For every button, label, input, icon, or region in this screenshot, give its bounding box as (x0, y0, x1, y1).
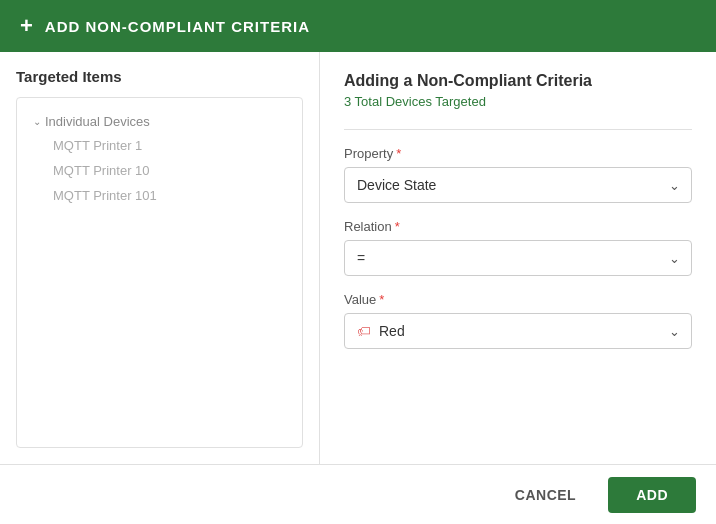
property-select[interactable]: Device State (344, 167, 692, 203)
individual-devices-group[interactable]: ⌄ Individual Devices (25, 110, 294, 133)
value-select-wrapper[interactable]: 🏷 Red ⌄ (344, 313, 692, 349)
right-panel-title: Adding a Non-Compliant Criteria (344, 72, 692, 90)
property-select-wrapper: Device State ⌄ (344, 167, 692, 203)
modal-footer: CANCEL ADD (0, 464, 716, 524)
list-item[interactable]: MQTT Printer 10 (25, 158, 294, 183)
add-button[interactable]: ADD (608, 477, 696, 513)
plus-icon: + (20, 13, 33, 39)
value-form-group: Value * 🏷 Red ⌄ (344, 292, 692, 349)
divider (344, 129, 692, 130)
relation-select-wrapper: = ⌄ (344, 240, 692, 276)
devices-tree: ⌄ Individual Devices MQTT Printer 1 MQTT… (16, 97, 303, 448)
modal-header: + ADD NON-COMPLIANT CRITERIA (0, 0, 716, 52)
device-group: ⌄ Individual Devices MQTT Printer 1 MQTT… (17, 106, 302, 212)
relation-form-group: Relation * = ⌄ (344, 219, 692, 276)
cancel-button[interactable]: CANCEL (495, 477, 596, 513)
required-star: * (396, 146, 401, 161)
left-panel: Targeted Items ⌄ Individual Devices MQTT… (0, 52, 320, 464)
relation-label: Relation * (344, 219, 692, 234)
list-item[interactable]: MQTT Printer 101 (25, 183, 294, 208)
required-star: * (395, 219, 400, 234)
value-label: Value * (344, 292, 692, 307)
group-label-text: Individual Devices (45, 114, 150, 129)
right-panel: Adding a Non-Compliant Criteria 3 Total … (320, 52, 716, 464)
property-form-group: Property * Device State ⌄ (344, 146, 692, 203)
relation-select[interactable]: = (344, 240, 692, 276)
property-label: Property * (344, 146, 692, 161)
chevron-down-icon: ⌄ (669, 324, 680, 339)
targeted-items-title: Targeted Items (0, 68, 319, 97)
modal-container: + ADD NON-COMPLIANT CRITERIA Targeted It… (0, 0, 716, 524)
value-select-display[interactable]: 🏷 Red (344, 313, 692, 349)
tag-icon: 🏷 (357, 323, 371, 339)
chevron-down-icon: ⌄ (33, 116, 41, 127)
modal-body: Targeted Items ⌄ Individual Devices MQTT… (0, 52, 716, 464)
value-text: Red (379, 323, 405, 339)
modal-title: ADD NON-COMPLIANT CRITERIA (45, 18, 310, 35)
required-star: * (379, 292, 384, 307)
devices-targeted-label: 3 Total Devices Targeted (344, 94, 692, 109)
list-item[interactable]: MQTT Printer 1 (25, 133, 294, 158)
